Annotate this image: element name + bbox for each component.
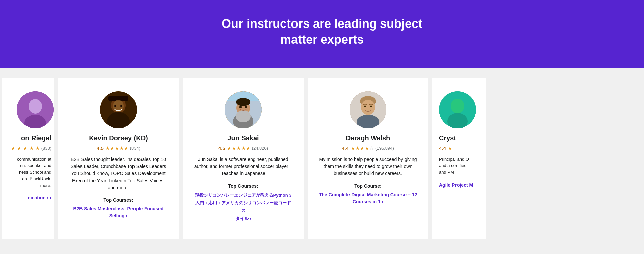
avatar-jun-sakai bbox=[225, 91, 262, 128]
avatar-kevin-dorsey bbox=[100, 91, 137, 128]
instructor-name-kevin-dorsey: Kevin Dorsey (KD) bbox=[89, 134, 148, 142]
rating-row-daragh-walsh: 4.4 ★★★★☆ (195,894) bbox=[342, 145, 394, 151]
avatar-cryst bbox=[439, 91, 476, 128]
bio-cryst: Principal and Oand a certified and PM bbox=[439, 156, 486, 176]
instructor-name-jun-sakai: Jun Sakai bbox=[227, 134, 259, 142]
svg-point-9 bbox=[114, 105, 116, 107]
course-link-js[interactable]: 現役シリコンバレーエンジニアが教えるPython 3入門＋応用＋アメリカのシリコ… bbox=[194, 191, 293, 223]
instructor-name-riegel: on Riegel bbox=[6, 134, 51, 142]
stars-dw: ★★★★☆ bbox=[351, 145, 374, 151]
bio-kd: B2B Sales thought leader. InsideSales To… bbox=[69, 156, 168, 191]
svg-point-10 bbox=[120, 105, 122, 107]
course-link-cryst[interactable]: Agile Project M bbox=[439, 182, 473, 188]
rating-row-jun-sakai: 4.5 ★★★★★ (24,820) bbox=[218, 145, 268, 151]
svg-point-24 bbox=[364, 105, 366, 107]
instructor-card-daragh-walsh: Daragh Walsh 4.4 ★★★★☆ (195,894) My miss… bbox=[308, 78, 428, 239]
svg-point-15 bbox=[236, 110, 251, 122]
instructor-card-partial-left: on Riegel ★★★★★ (833) communication atnn… bbox=[2, 78, 54, 239]
bio-js: Jun Sakai is a software engineer, publis… bbox=[194, 156, 293, 177]
svg-point-27 bbox=[451, 99, 464, 113]
review-count-js: (24,820) bbox=[252, 146, 268, 151]
avatar-daragh-walsh bbox=[350, 91, 386, 128]
review-count-riegel: (833) bbox=[41, 146, 51, 151]
instructor-card-jun-sakai: Jun Sakai 4.5 ★★★★★ (24,820) Jun Sakai i… bbox=[183, 78, 304, 239]
bio-riegel: communication atnn. speaker andness Scho… bbox=[6, 156, 51, 189]
rating-num-cryst: 4.4 bbox=[439, 145, 446, 151]
top-courses-label-kd: Top Courses: bbox=[103, 197, 133, 203]
instructor-name-cryst: Cryst bbox=[439, 134, 486, 142]
svg-point-1 bbox=[29, 99, 42, 114]
svg-point-22 bbox=[361, 100, 375, 115]
course-link-dw[interactable]: The Complete Digital Marketing Course – … bbox=[318, 191, 418, 205]
svg-point-16 bbox=[236, 98, 250, 106]
svg-point-17 bbox=[239, 106, 242, 108]
top-courses-label-dw: Top Course: bbox=[354, 183, 381, 189]
svg-point-25 bbox=[370, 105, 372, 107]
instructor-card-partial-right: Cryst 4.4 ★ Principal and Oand a certifi… bbox=[432, 78, 486, 239]
stars-kd: ★★★★★ bbox=[105, 145, 128, 151]
instructor-name-daragh-walsh: Daragh Walsh bbox=[346, 134, 390, 142]
more-link-riegel[interactable]: nication › bbox=[28, 195, 51, 200]
top-courses-label-js: Top Courses: bbox=[228, 183, 258, 189]
svg-rect-7 bbox=[108, 96, 128, 101]
hero-section: Our instructors are leading subject matt… bbox=[0, 0, 644, 68]
rating-num-dw: 4.4 bbox=[342, 145, 349, 151]
instructor-card-kevin-dorsey: Kevin Dorsey (KD) 4.5 ★★★★★ (834) B2B Sa… bbox=[58, 78, 179, 239]
rating-row-kevin-dorsey: 4.5 ★★★★★ (834) bbox=[97, 145, 140, 151]
rating-num-kd: 4.5 bbox=[97, 145, 104, 151]
instructors-section: on Riegel ★★★★★ (833) communication atnn… bbox=[0, 68, 644, 249]
hero-title: Our instructors are leading subject matt… bbox=[205, 16, 439, 48]
review-count-dw: (195,894) bbox=[375, 146, 394, 151]
bio-dw: My mission is to help people succeed by … bbox=[318, 156, 418, 177]
svg-point-18 bbox=[245, 106, 247, 108]
stars-js: ★★★★★ bbox=[227, 145, 250, 151]
avatar-riegel bbox=[17, 91, 54, 128]
course-link-kd[interactable]: B2B Sales Masterclass: People-Focused Se… bbox=[69, 205, 168, 219]
review-count-kd: (834) bbox=[130, 146, 140, 151]
rating-num-js: 4.5 bbox=[218, 145, 225, 151]
